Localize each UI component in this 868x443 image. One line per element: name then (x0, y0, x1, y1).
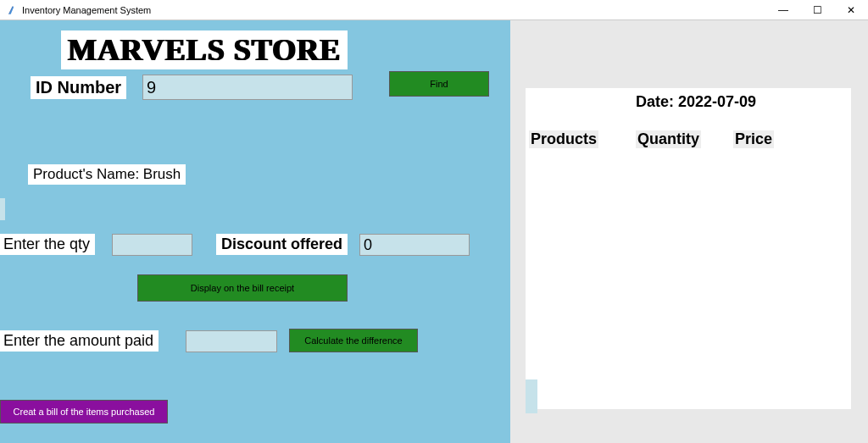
title-bar: Inventory Management System — ☐ ✕ (0, 0, 868, 20)
qty-label: Enter the qty (0, 234, 95, 255)
scroll-indicator[interactable] (526, 379, 537, 413)
price-header: Price (733, 130, 774, 148)
small-block (0, 198, 5, 220)
window-title: Inventory Management System (22, 5, 151, 15)
minimize-icon[interactable]: — (766, 0, 800, 20)
left-panel: MARVELS STORE ID Number Find Product's N… (0, 20, 510, 443)
close-icon[interactable]: ✕ (834, 0, 868, 20)
date-label: Date: 2022-07-09 (636, 93, 756, 111)
maximize-icon[interactable]: ☐ (800, 0, 834, 20)
app-icon (7, 4, 19, 16)
display-receipt-button[interactable]: Display on the bill receipt (137, 274, 348, 302)
amount-paid-input[interactable] (186, 330, 277, 352)
panel-gap (510, 20, 517, 443)
product-name-label: Product's Name: Brush (28, 164, 186, 185)
main-content: MARVELS STORE ID Number Find Product's N… (0, 20, 868, 443)
quantity-header: Quantity (636, 130, 701, 148)
store-title: MARVELS STORE (61, 30, 348, 69)
create-bill-button[interactable]: Creat a bill of the items purchased (0, 400, 168, 424)
qty-input[interactable] (112, 234, 192, 256)
discount-label: Discount offered (216, 234, 348, 255)
discount-input[interactable] (359, 234, 470, 256)
amount-paid-label: Enter the amount paid (0, 330, 159, 352)
find-button[interactable]: Find (389, 71, 489, 97)
id-number-input[interactable] (142, 75, 353, 100)
calculate-button[interactable]: Calculate the difference (289, 329, 418, 352)
products-header: Products (529, 130, 598, 148)
right-panel: Date: 2022-07-09 Products Quantity Price (517, 20, 868, 443)
receipt-area: Date: 2022-07-09 Products Quantity Price (526, 88, 851, 409)
id-number-label: ID Number (31, 76, 126, 99)
